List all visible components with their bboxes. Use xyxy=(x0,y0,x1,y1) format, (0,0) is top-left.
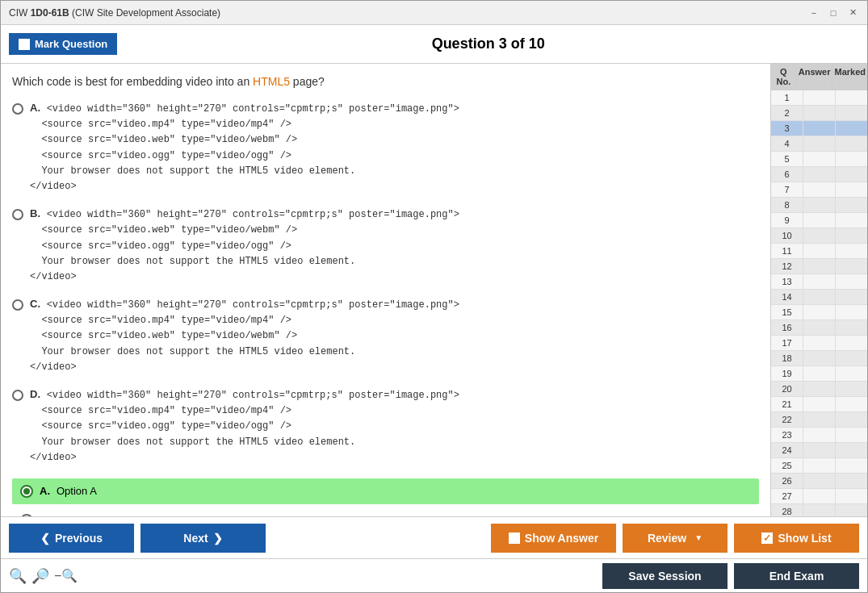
sidebar-row-18[interactable]: 18 xyxy=(771,351,867,366)
question-text: Which code is best for embedding video i… xyxy=(12,73,759,90)
sidebar-list[interactable]: 1 2 3 4 5 6 7 8 9 10 11 12 13 14 15 16 1… xyxy=(771,90,867,516)
show-answer-icon: ■ xyxy=(509,532,520,544)
content-area: Which code is best for embedding video i… xyxy=(1,64,770,516)
zoom-reset-icon[interactable]: 🔎 xyxy=(31,567,49,585)
answer-option-b[interactable]: B. Option B xyxy=(12,507,759,516)
mark-question-button[interactable]: ■ Mark Question xyxy=(9,33,117,55)
sidebar-row-20[interactable]: 20 xyxy=(771,382,867,397)
title-plain: CIW xyxy=(9,7,31,19)
toolbar: ■ Mark Question Question 3 of 10 xyxy=(1,25,867,64)
question-title: Question 3 of 10 xyxy=(117,35,859,52)
bottom-bar: Previous Next ■ Show Answer Review ▼ ✓ S… xyxy=(1,516,867,558)
code-option-d-content: D. <video width="360" height="270" contr… xyxy=(30,388,459,466)
sidebar-row-1[interactable]: 1 xyxy=(771,90,867,106)
radio-c[interactable] xyxy=(12,299,23,311)
answer-option-a[interactable]: A. Option A xyxy=(12,478,759,504)
window-controls: − □ ✕ xyxy=(807,6,859,19)
sidebar-row-10[interactable]: 10 xyxy=(771,228,867,244)
sidebar-row-8[interactable]: 8 xyxy=(771,198,867,213)
code-option-b: B. <video width="360" height="270" contr… xyxy=(12,207,759,285)
show-list-label: Show List xyxy=(778,532,831,545)
sidebar-row-15[interactable]: 15 xyxy=(771,305,867,320)
zoom-controls: 🔍 🔎 −🔍 xyxy=(9,567,78,585)
title-bar: CIW 1D0-61B (CIW Site Development Associ… xyxy=(1,1,867,25)
zoom-out-icon[interactable]: −🔍 xyxy=(54,568,78,583)
save-session-button[interactable]: Save Session xyxy=(602,563,728,589)
bottom-bar2: 🔍 🔎 −🔍 Save Session End Exam xyxy=(1,558,867,592)
code-option-b-content: B. <video width="360" height="270" contr… xyxy=(30,207,459,285)
radio-b[interactable] xyxy=(12,209,23,220)
radio-d[interactable] xyxy=(12,390,23,401)
sidebar-row-7[interactable]: 7 xyxy=(771,182,867,198)
previous-label: Previous xyxy=(55,532,103,545)
prev-chevron-icon xyxy=(40,532,50,545)
previous-button[interactable]: Previous xyxy=(9,524,134,553)
save-session-label: Save Session xyxy=(628,570,701,583)
end-exam-label: End Exam xyxy=(769,570,824,583)
sidebar-row-25[interactable]: 25 xyxy=(771,458,867,474)
answer-radio-a xyxy=(20,485,33,498)
title-bold: 1D0-61B xyxy=(31,7,69,19)
next-label: Next xyxy=(183,532,208,545)
code-option-c: C. <video width="360" height="270" contr… xyxy=(12,298,759,375)
sidebar-row-11[interactable]: 11 xyxy=(771,244,867,259)
zoom-in-icon[interactable]: 🔍 xyxy=(9,567,27,585)
review-button[interactable]: Review ▼ xyxy=(623,524,728,553)
radio-fill-a xyxy=(23,488,30,495)
sidebar-row-12[interactable]: 12 xyxy=(771,259,867,274)
sidebar-row-28[interactable]: 28 xyxy=(771,504,867,516)
main-area: Which code is best for embedding video i… xyxy=(1,64,867,516)
sidebar-row-17[interactable]: 17 xyxy=(771,336,867,351)
answer-options: A. Option A B. Option B C. Option C xyxy=(12,478,759,516)
code-option-d: D. <video width="360" height="270" contr… xyxy=(12,388,759,466)
sidebar-row-13[interactable]: 13 xyxy=(771,274,867,290)
question-text-after: page? xyxy=(290,75,325,88)
review-label: Review xyxy=(648,532,686,545)
show-list-button[interactable]: ✓ Show List xyxy=(734,524,859,553)
sidebar-row-6[interactable]: 6 xyxy=(771,167,867,182)
next-button[interactable]: Next xyxy=(140,524,266,553)
minimize-button[interactable]: − xyxy=(807,6,820,19)
sidebar-row-5[interactable]: 5 xyxy=(771,152,867,167)
next-chevron-icon xyxy=(213,532,223,545)
question-html5: HTML5 xyxy=(253,75,290,88)
sidebar-row-24[interactable]: 24 xyxy=(771,443,867,458)
mark-icon: ■ xyxy=(19,39,30,50)
sidebar-row-27[interactable]: 27 xyxy=(771,489,867,504)
window-title: CIW 1D0-61B (CIW Site Development Associ… xyxy=(9,7,220,19)
sidebar-col-marked: Marked xyxy=(832,64,867,90)
sidebar-row-26[interactable]: 26 xyxy=(771,474,867,489)
sidebar: Q No. Answer Marked 1 2 3 4 5 6 7 8 9 10… xyxy=(770,64,867,516)
end-exam-button[interactable]: End Exam xyxy=(734,563,859,589)
sidebar-row-16[interactable]: 16 xyxy=(771,320,867,336)
code-option-c-content: C. <video width="360" height="270" contr… xyxy=(30,298,459,375)
sidebar-row-22[interactable]: 22 xyxy=(771,412,867,428)
show-list-check-icon: ✓ xyxy=(761,532,773,544)
sidebar-col-answer: Answer xyxy=(797,64,833,90)
code-option-a: A. <video width="360" height="270" contr… xyxy=(12,102,759,194)
show-answer-button[interactable]: ■ Show Answer xyxy=(491,524,616,553)
app-window: CIW 1D0-61B (CIW Site Development Associ… xyxy=(0,0,868,593)
sidebar-row-4[interactable]: 4 xyxy=(771,136,867,152)
sidebar-row-9[interactable]: 9 xyxy=(771,213,867,228)
sidebar-row-23[interactable]: 23 xyxy=(771,428,867,443)
show-answer-label: Show Answer xyxy=(525,532,598,545)
sidebar-col-qno: Q No. xyxy=(771,64,797,90)
sidebar-row-14[interactable]: 14 xyxy=(771,290,867,305)
close-button[interactable]: ✕ xyxy=(846,6,859,19)
radio-a[interactable] xyxy=(12,103,23,115)
session-controls: Save Session End Exam xyxy=(602,563,859,589)
code-option-a-content: A. <video width="360" height="270" contr… xyxy=(30,102,459,194)
sidebar-row-2[interactable]: 2 xyxy=(771,106,867,121)
title-rest: (CIW Site Development Associate) xyxy=(69,7,220,19)
sidebar-row-3[interactable]: 3 xyxy=(771,121,867,136)
sidebar-row-21[interactable]: 21 xyxy=(771,397,867,412)
sidebar-header: Q No. Answer Marked xyxy=(771,64,867,90)
maximize-button[interactable]: □ xyxy=(827,6,840,19)
question-text-before: Which code is best for embedding video i… xyxy=(12,75,253,88)
mark-question-label: Mark Question xyxy=(35,38,107,50)
sidebar-row-19[interactable]: 19 xyxy=(771,366,867,382)
review-arrow-icon: ▼ xyxy=(694,533,702,542)
